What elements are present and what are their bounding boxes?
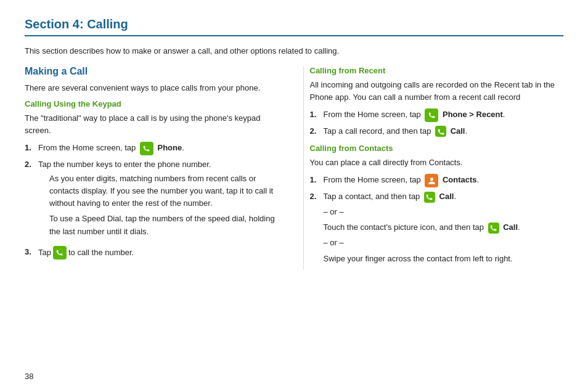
making-call-body: There are several convenient ways to pla… <box>25 82 279 94</box>
contacts-call-icon-1 <box>424 192 435 203</box>
recent-step-2: 2. Tap a call record, and then tap Call. <box>310 125 564 137</box>
phone-call-icon <box>53 246 67 259</box>
recent-step-num-1: 1. <box>310 108 324 121</box>
contacts-steps: 1. From the Home screen, tap Contacts. 2… <box>310 174 564 265</box>
page-number: 38 <box>25 372 33 381</box>
step3-text-before: Tap <box>38 247 51 259</box>
touch-contact-bold: Call <box>503 223 518 232</box>
touch-contact-row: Touch the contact's picture icon, and th… <box>324 221 564 234</box>
left-column: Making a Call There are several convenie… <box>25 66 285 270</box>
keypad-step-3: 3. Tap to call the number. <box>25 246 279 259</box>
contacts-step-2: 2. Tap a contact, and then tap Call. – o… <box>310 190 564 265</box>
recent-s1-bold: Phone > Recent <box>443 110 503 119</box>
section-title: Section 4: Calling <box>25 17 563 31</box>
recent-steps: 1. From the Home screen, tap Phone > Rec… <box>310 108 564 137</box>
keypad-body: The "traditional" way to place a call is… <box>25 112 279 137</box>
step1-period: . <box>182 143 184 152</box>
contacts-s1-bold: Contacts <box>443 176 477 185</box>
intro-text: This section describes how to make or an… <box>25 45 563 57</box>
recent-body: All incoming and outgoing calls are reco… <box>310 79 564 104</box>
step-3-content: Tap to call the number. <box>38 246 279 259</box>
making-call-title: Making a Call <box>25 66 279 77</box>
bullet-1: As you enter digits, matching numbers fr… <box>49 173 279 210</box>
recent-s1-before: From the Home screen, tap <box>324 110 423 119</box>
contacts-step-num-2: 2. <box>310 190 324 203</box>
contacts-call-icon-2 <box>488 223 499 234</box>
step1-bold: Phone <box>157 143 182 152</box>
step1-text-before: From the Home screen, tap <box>38 143 138 152</box>
contacts-step-num-1: 1. <box>310 174 324 186</box>
recent-step-num-2: 2. <box>310 125 324 137</box>
recent-s2-bold: Call <box>451 126 465 136</box>
step-2-content: Tap the number keys to enter the phone n… <box>38 158 279 243</box>
contacts-step-1-content: From the Home screen, tap Contacts. <box>324 174 564 187</box>
contacts-s2-before: Tap a contact, and then tap <box>324 192 422 201</box>
touch-contact-text: Touch the contact's picture icon, and th… <box>324 223 486 232</box>
swipe-contact-text: Swipe your finger across the contact fro… <box>324 253 564 265</box>
keypad-title: Calling Using the Keypad <box>25 99 279 108</box>
recent-phone-icon <box>425 108 438 122</box>
keypad-step-2: 2. Tap the number keys to enter the phon… <box>25 158 279 243</box>
recent-step-1-content: From the Home screen, tap Phone > Recent… <box>324 108 564 122</box>
contacts-step-2-content: Tap a contact, and then tap Call. – or –… <box>324 190 564 265</box>
keypad-steps: 1. From the Home screen, tap Phone. 2. T… <box>25 142 279 259</box>
section-divider <box>25 35 563 36</box>
recent-step-1: 1. From the Home screen, tap Phone > Rec… <box>310 108 564 122</box>
contact-app-icon <box>425 174 438 187</box>
step-num-1: 1. <box>25 142 38 154</box>
recent-call-icon <box>435 126 446 137</box>
contacts-title: Calling from Contacts <box>310 144 564 153</box>
recent-step-2-content: Tap a call record, and then tap Call. <box>324 125 564 137</box>
recent-s2-before: Tap a call record, and then tap <box>324 126 434 136</box>
right-column: Calling from Recent All incoming and out… <box>303 66 564 270</box>
step-num-2: 2. <box>25 158 38 171</box>
phone-app-icon <box>140 142 153 155</box>
step-1-content: From the Home screen, tap Phone. <box>38 142 279 155</box>
contacts-step-1: 1. From the Home screen, tap Contacts. <box>310 174 564 187</box>
or-text-1: – or – <box>324 206 564 218</box>
contacts-body: You can place a call directly from Conta… <box>310 157 564 169</box>
contacts-s1-before: From the Home screen, tap <box>324 176 423 185</box>
keypad-step-1: 1. From the Home screen, tap Phone. <box>25 142 279 155</box>
two-column-layout: Making a Call There are several convenie… <box>25 66 563 270</box>
step2-text: Tap the number keys to enter the phone n… <box>38 160 211 169</box>
contacts-s2-main: Tap a contact, and then tap Call. <box>324 190 564 203</box>
recent-title: Calling from Recent <box>310 66 564 75</box>
page: Section 4: Calling This section describe… <box>0 0 588 392</box>
contacts-s2-bold: Call <box>439 192 454 201</box>
step-num-3: 3. <box>25 246 38 258</box>
or-text-2: – or – <box>324 237 564 249</box>
keypad-bullet-list: As you enter digits, matching numbers fr… <box>38 173 279 238</box>
step3-text-after: to call the number. <box>68 247 134 259</box>
bullet-2: To use a Speed Dial, tap the numbers of … <box>49 213 279 237</box>
